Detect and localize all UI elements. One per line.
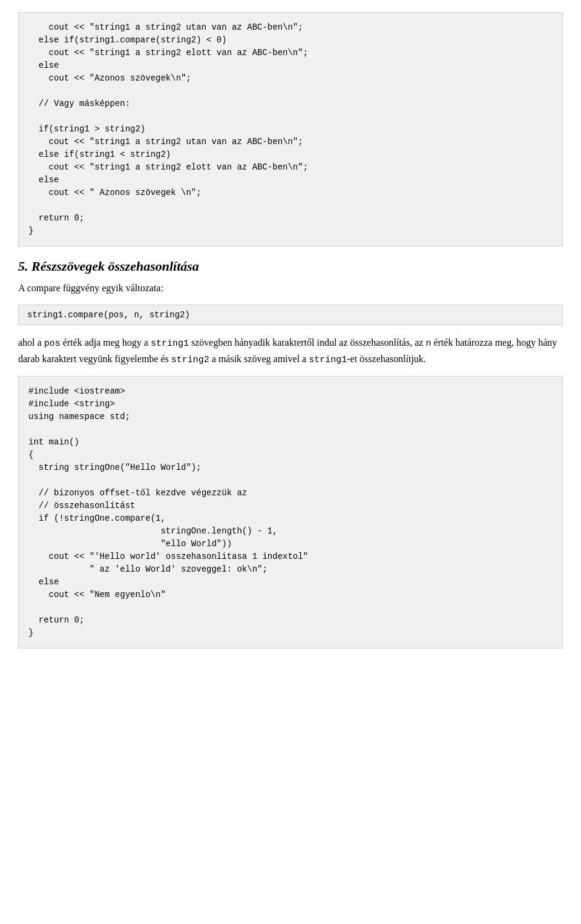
desc-text-2: érték adja meg hogy a: [61, 337, 151, 348]
description-paragraph: ahol a pos érték adja meg hogy a string1…: [18, 335, 563, 368]
page-content: cout << "string1 a string2 utan van az A…: [18, 12, 563, 648]
desc-text-5: a másik szöveg amivel a: [209, 354, 309, 364]
string2-code: string2: [171, 355, 209, 365]
section-5-subtitle: A compare függvény egyik változata:: [18, 280, 563, 296]
section-number: 5.: [18, 259, 28, 274]
string1-code-2: string1: [309, 355, 347, 365]
desc-text-3: szövegben hányadik karaktertől indul az …: [189, 337, 425, 348]
string1-code-1: string1: [151, 338, 189, 349]
code-block-first: cout << "string1 a string2 utan van az A…: [18, 12, 563, 246]
section-5-heading: 5. Részszövegek összehasonlítása: [18, 259, 563, 274]
desc-text-1: ahol a: [18, 337, 44, 348]
code-block-second: #include <iostream> #include <string> us…: [18, 376, 563, 648]
section-title-text: Részszövegek összehasonlítása: [31, 259, 199, 274]
compare-signature: string1.compare(pos, n, string2): [18, 305, 563, 325]
desc-text-6: -et összehasonlítjuk.: [347, 354, 426, 364]
pos-code: pos: [44, 338, 61, 349]
